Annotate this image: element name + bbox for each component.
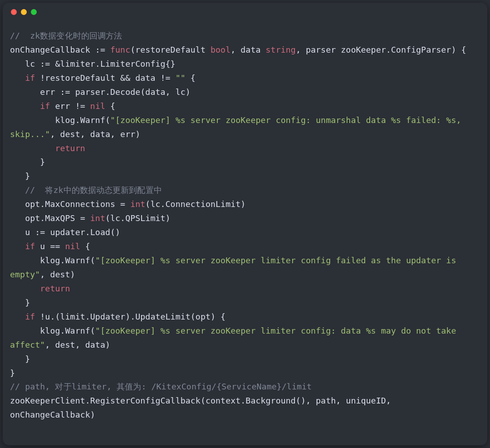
- code-token: {: [80, 241, 90, 251]
- code-token: onChangeCallback :=: [10, 45, 110, 54]
- code-line: err := parser.Decode(data, lc): [10, 87, 191, 97]
- code-line: }: [10, 171, 30, 181]
- code-token: (restoreDefault: [130, 45, 211, 54]
- keyword-nil: nil: [65, 241, 80, 251]
- keyword-if: if: [25, 73, 35, 83]
- code-token: (lc.QPSLimit): [105, 213, 171, 223]
- window-titlebar: [3, 3, 487, 21]
- code-token: {: [186, 73, 196, 83]
- code-token: (lc.ConnectionLimit): [145, 199, 245, 209]
- code-token: [10, 101, 40, 111]
- code-token: [10, 312, 25, 321]
- code-token: [10, 73, 25, 83]
- code-window: // zk数据变化时的回调方法 onChangeCallback := func…: [3, 3, 487, 445]
- code-token: , data: [230, 45, 265, 54]
- code-token: {: [105, 101, 115, 111]
- code-token: klog.Warnf(: [10, 115, 110, 125]
- type-int: int: [90, 213, 105, 223]
- code-token: !restoreDefault && data !=: [35, 73, 175, 83]
- code-token: , dest, data): [45, 340, 110, 350]
- code-token: , dest, data, err): [50, 129, 140, 139]
- code-comment: // 将zk中的数据动态更新到配置中: [10, 185, 162, 195]
- keyword-func: func: [110, 45, 130, 54]
- type-int: int: [130, 199, 145, 209]
- code-token: [10, 143, 55, 153]
- code-line: }: [10, 354, 30, 364]
- type-string: string: [266, 45, 296, 54]
- zoom-icon[interactable]: [31, 9, 37, 15]
- code-token: [10, 284, 40, 293]
- keyword-if: if: [25, 312, 35, 321]
- code-token: , dest): [40, 270, 75, 279]
- code-line: }: [10, 157, 45, 167]
- code-line: }: [10, 298, 30, 307]
- minimize-icon[interactable]: [21, 9, 27, 15]
- code-line: zooKeeperClient.RegisterConfigCallback(c…: [10, 396, 396, 419]
- keyword-return: return: [40, 284, 70, 293]
- code-token: !u.(limit.Updater).UpdateLimit(opt) {: [35, 312, 225, 321]
- keyword-if: if: [25, 241, 35, 251]
- code-comment: // zk数据变化时的回调方法: [10, 31, 122, 40]
- close-icon[interactable]: [11, 9, 17, 15]
- code-token: err !=: [50, 101, 90, 111]
- code-token: opt.MaxConnections =: [10, 199, 130, 209]
- code-token: [10, 241, 25, 251]
- code-token: klog.Warnf(: [10, 326, 95, 335]
- code-block: // zk数据变化时的回调方法 onChangeCallback := func…: [3, 21, 487, 432]
- keyword-if: if: [40, 101, 50, 111]
- code-line: lc := &limiter.LimiterConfig{}: [10, 59, 176, 69]
- code-line: u := updater.Load(): [10, 227, 120, 237]
- code-token: , parser zooKeeper.ConfigParser) {: [296, 45, 466, 54]
- code-comment: // path, 对于limiter, 其值为: /KitexConfig/{S…: [10, 382, 312, 391]
- keyword-return: return: [55, 143, 85, 153]
- keyword-nil: nil: [90, 101, 105, 111]
- code-line: }: [10, 368, 15, 378]
- string-literal: "": [176, 73, 186, 83]
- type-bool: bool: [211, 45, 230, 54]
- code-token: u ==: [35, 241, 65, 251]
- code-token: opt.MaxQPS =: [10, 213, 90, 223]
- code-token: klog.Warnf(: [10, 256, 95, 265]
